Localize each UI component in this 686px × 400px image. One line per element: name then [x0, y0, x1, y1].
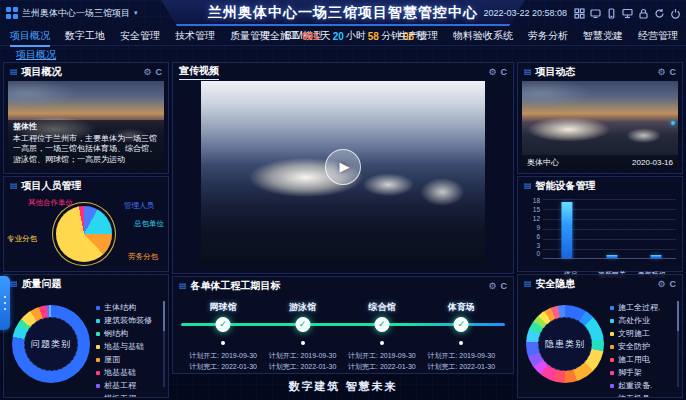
nav-bar: 项目概况 数字工地 安全管理 技术管理 质量管理 BIM模型 安全施工 901 … — [0, 26, 686, 46]
panel-title: 项目动态 — [536, 65, 576, 79]
panel-title: 宣传视频 — [179, 64, 219, 80]
milestone-check-node[interactable]: ✓ — [216, 317, 231, 332]
check-icon: ✓ — [457, 320, 465, 329]
plan-end-date: 计划完工: 2022-01-30 — [348, 362, 416, 373]
pie-label-general-contractor: 总包单位 — [134, 219, 164, 229]
safety-donut-chart[interactable]: 隐患类别 — [526, 305, 604, 383]
donut-center-label: 隐患类别 — [545, 338, 585, 351]
gear-icon[interactable]: ⚙ — [488, 68, 496, 77]
monitor-icon[interactable] — [590, 8, 601, 19]
panel-header: ▤ 各单体工程工期目标 ⚙ C — [173, 277, 513, 295]
legend-item: 地基基础 — [96, 366, 158, 379]
quality-donut-chart[interactable]: 问题类别 — [12, 305, 90, 383]
panel-icon: ▤ — [10, 68, 18, 76]
phone-icon[interactable] — [606, 8, 617, 19]
photo-caption: 奥体中心 — [527, 157, 559, 168]
counter-minutes: 58 — [368, 31, 379, 42]
gear-icon[interactable]: ⚙ — [143, 68, 151, 77]
milestone-name: 游泳馆 — [289, 301, 316, 314]
milestone-dates: 计划开工: 2019-09-30 计划完工: 2022-01-30 — [269, 351, 337, 372]
top-bar: 兰州奥体中心一场三馆项目 ▾ 兰州奥体中心一场三馆项目智慧管控中心 2022-0… — [0, 0, 686, 26]
legend-scrollbar[interactable] — [163, 301, 165, 387]
panel-title: 质量问题 — [22, 277, 62, 291]
tab-production-mgmt[interactable]: 生产管理 — [398, 29, 438, 43]
legend-item: 施工全过程. — [610, 301, 672, 314]
milestone-check-node[interactable]: ✓ — [454, 317, 469, 332]
floating-side-tab[interactable] — [0, 276, 10, 330]
play-icon: ▶ — [337, 159, 350, 174]
pie-label-professional-subcontract: 专业分包 — [7, 234, 37, 244]
tab-labor-analysis[interactable]: 劳务分析 — [528, 29, 568, 43]
personnel-pie-chart: 其他合作单位 管理人员 总包单位 劳务分包 专业分包 — [4, 195, 168, 271]
refresh-icon[interactable]: C — [501, 282, 508, 291]
y-axis: 18 15 12 9 6 3 0 — [524, 199, 540, 259]
gear-icon[interactable]: ⚙ — [657, 280, 665, 289]
carousel-dot[interactable] — [671, 121, 675, 125]
legend-item: 地基与基础 — [96, 340, 158, 353]
panel-project-overview: ▤ 项目概况 ⚙ C 整体性 本工程位于兰州市，主要单体为一场三馆一高层，一场三… — [3, 62, 169, 174]
play-button[interactable]: ▶ — [325, 149, 361, 185]
gear-icon[interactable]: ⚙ — [657, 68, 665, 77]
tab-tech-mgmt[interactable]: 技术管理 — [175, 29, 215, 43]
project-selector-label: 兰州奥体中心一场三馆项目 — [22, 7, 130, 20]
refresh-icon[interactable]: C — [501, 68, 508, 77]
pie-label-managers: 管理人员 — [124, 201, 154, 211]
video-preview-image: ▶ — [201, 81, 485, 263]
milestone-dates: 计划开工: 2019-09-30 计划完工: 2022-01-30 — [348, 351, 416, 372]
panel-header: ▤ 安全隐患 ⚙ C — [518, 275, 682, 293]
counter-days-unit: 天 — [321, 29, 331, 43]
project-selector[interactable]: 兰州奥体中心一场三馆项目 ▾ — [6, 0, 138, 26]
milestone-check-node[interactable]: ✓ — [295, 317, 310, 332]
apps-icon[interactable] — [574, 8, 585, 19]
counter-hours-unit: 小时 — [346, 29, 366, 43]
legend-scrollbar[interactable] — [677, 301, 679, 387]
chevron-down-icon: ▾ — [134, 9, 138, 17]
panel-title: 安全隐患 — [536, 277, 576, 291]
desktop-icon[interactable] — [622, 8, 633, 19]
refresh-icon[interactable] — [654, 8, 665, 19]
gear-icon[interactable]: ⚙ — [488, 282, 496, 291]
panel-icon: ▤ — [524, 280, 532, 288]
panel-icon: ▤ — [524, 182, 532, 190]
panel-title: 各单体工程工期目标 — [191, 279, 281, 293]
breadcrumb[interactable]: 项目概况 — [16, 48, 56, 62]
plan-end-date: 计划完工: 2022-01-30 — [189, 362, 257, 373]
dynamics-photo: 奥体中心 2020-03-16 — [522, 81, 678, 169]
panel-header: ▤ 智能设备管理 — [518, 177, 682, 195]
panel-title: 智能设备管理 — [536, 179, 596, 193]
panel-header: ▤ 项目概况 ⚙ C — [4, 63, 168, 81]
plan-end-date: 计划完工: 2022-01-30 — [269, 362, 337, 373]
panel-promo-video: 宣传视频 ⚙ C ▶ — [172, 62, 514, 274]
panel-title: 项目人员管理 — [22, 179, 82, 193]
dashboard-root: 兰州奥体中心一场三馆项目 ▾ 兰州奥体中心一场三馆项目智慧管控中心 2022-0… — [0, 0, 686, 400]
refresh-icon[interactable]: C — [670, 68, 677, 77]
panel-icon: ▤ — [10, 280, 18, 288]
tab-material-acceptance[interactable]: 物料验收系统 — [453, 29, 513, 43]
plan-start-date: 计划开工: 2019-09-30 — [427, 351, 495, 362]
tab-smart-party[interactable]: 智慧党建 — [583, 29, 623, 43]
tab-business-mgmt[interactable]: 经营管理 — [638, 29, 678, 43]
tab-digital-site[interactable]: 数字工地 — [65, 29, 105, 43]
panel-icon: ▤ — [10, 182, 18, 190]
top-right-tools: 2022-03-22 20:58:08 — [483, 0, 681, 26]
milestone-check-node[interactable]: ✓ — [374, 317, 389, 332]
pie[interactable] — [56, 206, 112, 262]
refresh-icon[interactable]: C — [156, 68, 163, 77]
tab-project-overview[interactable]: 项目概况 — [10, 29, 50, 43]
bar-video-gateway[interactable] — [607, 255, 618, 258]
app-logo-icon — [6, 7, 18, 19]
tab-safety-mgmt[interactable]: 安全管理 — [120, 29, 160, 43]
legend-item: 安全防护 — [610, 340, 672, 353]
refresh-icon[interactable]: C — [670, 280, 677, 289]
lock-icon[interactable] — [638, 8, 649, 19]
overview-heading: 整体性 — [13, 122, 159, 133]
device-bar-chart: 18 15 12 9 6 3 0 塔吊 视频网关 天气预报 — [524, 199, 676, 269]
bar-tower-crane[interactable] — [561, 202, 572, 258]
milestone-dot — [301, 341, 305, 345]
panel-header: ▤ 质量问题 — [4, 275, 168, 293]
counter-hours: 20 — [333, 31, 344, 42]
panel-project-dynamics: ▤ 项目动态 ⚙ C 奥体中心 2020-03-16 — [517, 62, 683, 174]
bar-weather[interactable] — [651, 255, 662, 258]
power-icon[interactable] — [670, 8, 681, 19]
panel-header: 宣传视频 ⚙ C — [173, 63, 513, 81]
